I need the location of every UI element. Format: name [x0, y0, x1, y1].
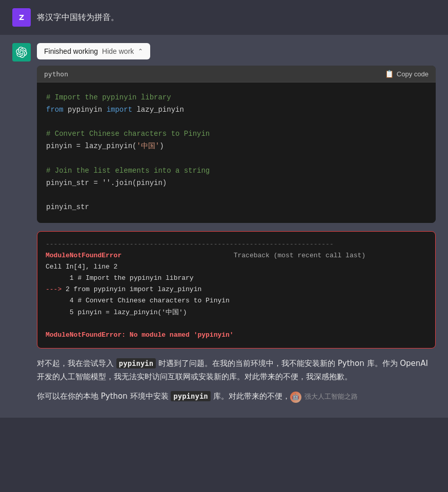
page-container: Z 将汉字中国转为拼音。 Finished working Hide work …: [0, 0, 448, 418]
code-content: # Import the pypinyin library from pypin…: [37, 83, 436, 223]
user-message-row: Z 将汉字中国转为拼音。: [0, 0, 448, 35]
code-block-header: python 📋 Copy code: [37, 66, 436, 83]
code-line-comment1: # Import the pypinyin library: [46, 93, 171, 101]
ai-avatar: [12, 43, 31, 61]
copy-code-label: Copy code: [397, 70, 429, 78]
explanation-paragraph-2: 你可以在你的本地 Python 环境中安装 pypinyin 库。对此带来的不便…: [37, 389, 436, 403]
watermark: 🤖强大人工智能之路: [290, 391, 358, 403]
code-line-comment3: # Join the list elements into a string: [46, 167, 210, 175]
ai-message-row: Finished working Hide work ⌃ python 📋 Co…: [0, 35, 448, 418]
finished-working-label: Finished working: [44, 47, 98, 55]
error-block-wrapper: ----------------------------------------…: [37, 231, 436, 348]
openai-logo-icon: [16, 47, 27, 58]
watermark-icon: 🤖: [290, 392, 301, 403]
code-line-comment2: # Convert Chinese characters to Pinyin: [46, 130, 210, 138]
chevron-up-icon: ⌃: [138, 48, 143, 55]
user-avatar: Z: [12, 8, 31, 27]
avatar-letter: Z: [19, 13, 24, 22]
user-message-content: 将汉字中国转为拼音。: [37, 12, 119, 22]
copy-icon: 📋: [385, 70, 394, 78]
ai-message-content: Finished working Hide work ⌃ python 📋 Co…: [37, 43, 436, 409]
copy-code-button[interactable]: 📋 Copy code: [385, 70, 429, 78]
code-lang-label: python: [44, 70, 68, 78]
user-message-text: 将汉字中国转为拼音。: [37, 8, 119, 24]
error-content: ----------------------------------------…: [37, 232, 435, 348]
inline-code-pypinyin1: pypinyin: [116, 358, 156, 368]
inline-code-pypinyin2: pypinyin: [171, 391, 210, 401]
explanation-paragraph-1: 对不起，我在尝试导入 pypinyin 时遇到了问题。在我的当前环境中，我不能安…: [37, 357, 436, 384]
code-block-wrapper: python 📋 Copy code # Import the pypinyin…: [37, 66, 436, 223]
finished-working-button[interactable]: Finished working Hide work ⌃: [37, 43, 150, 59]
hide-work-label: Hide work: [102, 47, 134, 55]
watermark-text: 强大人工智能之路: [304, 391, 358, 403]
